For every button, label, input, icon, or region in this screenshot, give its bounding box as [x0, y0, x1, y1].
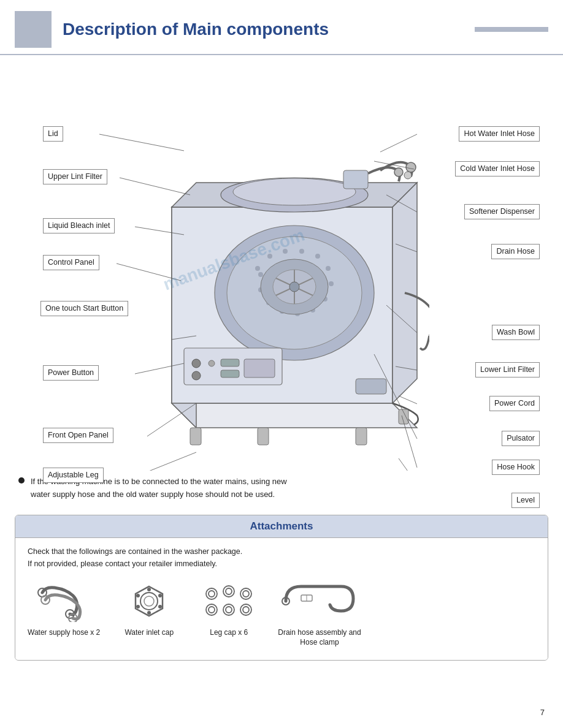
label-hot-water-inlet-hose: Hot Water Inlet Hose — [459, 126, 540, 142]
attachment-drain-hose-assembly: Drain hose assembly andHose clamp — [278, 580, 361, 648]
drain-hose-assembly-image — [280, 580, 359, 623]
svg-point-84 — [136, 594, 140, 597]
bullet-icon — [18, 477, 25, 483]
svg-point-45 — [406, 162, 416, 172]
svg-point-10 — [267, 254, 272, 259]
leg-cap-image — [198, 580, 259, 623]
label-lower-lint-filter: Lower Lint Filter — [475, 362, 540, 377]
svg-point-91 — [206, 604, 217, 615]
svg-point-96 — [243, 607, 249, 613]
header-icon — [15, 11, 52, 48]
svg-point-41 — [209, 360, 215, 366]
svg-point-78 — [144, 596, 154, 606]
svg-point-79 — [147, 588, 151, 591]
header-decoration — [475, 27, 548, 32]
page-number: 7 — [540, 708, 545, 717]
svg-point-12 — [299, 249, 304, 254]
label-softener-dispenser: Softener Dispenser — [464, 204, 540, 219]
machine-diagram — [135, 109, 429, 464]
water-supply-hose-label: Water supply hose x 2 — [28, 628, 100, 638]
svg-point-40 — [192, 371, 201, 380]
label-adjustable-leg: Adjustable Leg — [43, 468, 104, 483]
attachment-leg-cap: Leg cap x 6 — [198, 580, 259, 638]
label-upper-lint-filter: Upper Lint Filter — [43, 169, 107, 184]
water-inlet-cap-label: Water inlet cap — [124, 628, 174, 638]
label-liquid-bleach-inlet: Liquid Bleach inlet — [43, 218, 115, 233]
svg-point-13 — [315, 254, 320, 259]
svg-rect-42 — [221, 359, 239, 366]
svg-point-11 — [283, 249, 288, 254]
svg-rect-44 — [244, 359, 275, 377]
svg-rect-53 — [343, 170, 368, 189]
svg-rect-49 — [258, 428, 269, 445]
svg-point-88 — [226, 588, 232, 594]
svg-point-89 — [240, 588, 251, 599]
svg-rect-50 — [356, 428, 367, 445]
svg-point-86 — [209, 591, 215, 597]
svg-point-83 — [136, 605, 140, 609]
attachments-description: Check that the followings are contained … — [28, 545, 535, 570]
attachment-water-inlet-cap: Water inlet cap — [118, 580, 180, 638]
attachment-water-supply-hose: Water supply hose x 2 — [28, 580, 100, 638]
attachments-items: Water supply hose x 2 — [28, 580, 535, 653]
water-inlet-cap-image — [118, 580, 180, 623]
label-drain-hose: Drain Hose — [491, 244, 540, 259]
svg-marker-0 — [172, 403, 417, 428]
svg-point-47 — [394, 168, 403, 176]
svg-point-92 — [209, 607, 215, 613]
svg-rect-43 — [221, 370, 239, 377]
svg-point-46 — [404, 172, 412, 179]
drain-hose-assembly-label: Drain hose assembly andHose clamp — [278, 628, 361, 648]
page-title: Description of Main components — [63, 20, 467, 39]
label-control-panel: Control Panel — [43, 255, 99, 270]
svg-point-39 — [192, 359, 201, 368]
svg-rect-51 — [399, 409, 408, 424]
svg-point-85 — [206, 588, 217, 599]
svg-point-93 — [223, 604, 234, 615]
svg-point-22 — [258, 272, 263, 277]
diagram-section: Lid Upper Lint Filter Liquid Bleach inle… — [0, 60, 563, 471]
svg-point-14 — [326, 266, 331, 271]
label-pulsator: Pulsator — [502, 431, 540, 446]
svg-rect-48 — [190, 428, 201, 445]
svg-point-94 — [226, 607, 232, 613]
label-one-touch-start-button: One touch Start Button — [40, 301, 128, 316]
svg-point-82 — [147, 611, 151, 615]
label-power-button: Power Button — [43, 365, 99, 381]
svg-point-9 — [255, 266, 260, 271]
label-cold-water-inlet-hose: Cold Water Inlet Hose — [455, 161, 540, 176]
label-front-open-panel: Front Open Panel — [43, 428, 113, 443]
svg-point-80 — [158, 594, 162, 597]
label-power-cord: Power Cord — [489, 396, 540, 411]
svg-point-81 — [158, 605, 162, 609]
attachments-title: Attachments — [15, 515, 548, 538]
water-supply-hose-image — [33, 580, 94, 623]
svg-point-15 — [329, 281, 334, 286]
label-level: Level — [511, 493, 540, 508]
label-wash-bowl: Wash Bowl — [492, 325, 540, 340]
page-header: Description of Main components — [0, 0, 563, 55]
svg-point-87 — [223, 586, 234, 597]
svg-point-90 — [243, 591, 249, 597]
leg-cap-label: Leg cap x 6 — [210, 628, 248, 638]
attachments-body: Check that the followings are contained … — [15, 538, 548, 661]
svg-point-6 — [233, 178, 356, 205]
svg-rect-52 — [356, 379, 386, 394]
svg-point-95 — [240, 604, 251, 615]
svg-point-77 — [140, 593, 158, 610]
attachments-section: Attachments Check that the followings ar… — [15, 515, 548, 661]
label-lid: Lid — [43, 126, 63, 142]
label-hose-hook: Hose Hook — [492, 460, 540, 475]
svg-point-37 — [289, 282, 299, 292]
